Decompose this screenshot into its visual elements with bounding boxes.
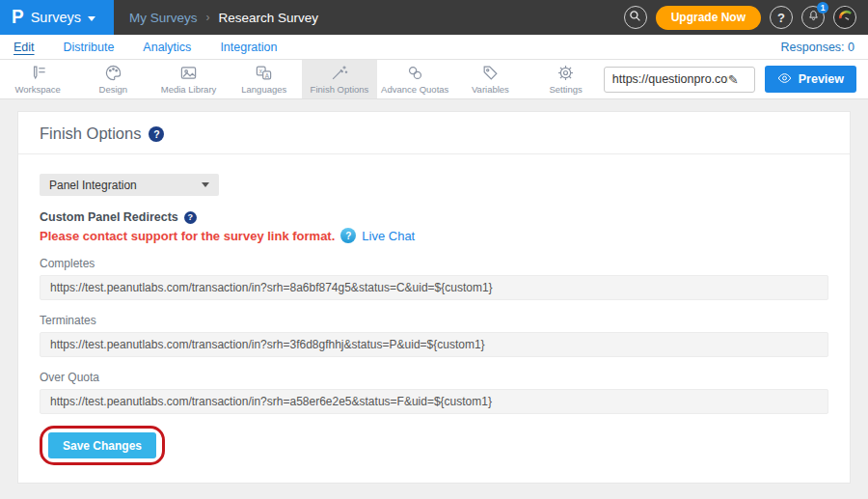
chain-links-icon [406, 65, 424, 82]
redirects-help-icon[interactable]: ? [184, 211, 197, 224]
surveys-product-menu[interactable]: P Surveys [0, 0, 114, 35]
eye-icon [777, 72, 792, 87]
tab-analytics[interactable]: Analytics [143, 41, 191, 54]
upgrade-now-button[interactable]: Upgrade Now [656, 6, 761, 30]
completes-label: Completes [40, 257, 828, 270]
support-note-text: Please contact support for the survey li… [40, 229, 335, 243]
terminates-url-input[interactable] [40, 332, 828, 357]
terminates-label: Terminates [40, 314, 828, 327]
workspace-icon [29, 65, 47, 82]
tab-edit[interactable]: Edit [14, 41, 35, 54]
magic-wand-icon [330, 65, 348, 82]
gear-icon [556, 65, 575, 82]
toolbar-right: ✎ Preview [604, 60, 868, 98]
red-annotation-circle: Save Changes [40, 426, 165, 465]
search-button[interactable] [624, 6, 647, 29]
notifications-button[interactable]: 1 [801, 6, 825, 29]
toolbar-item-workspace[interactable]: Workspace [0, 60, 75, 98]
chevron-down-icon [88, 16, 95, 21]
toolbar-item-variables[interactable]: Variables [452, 60, 528, 98]
toolbar-item-languages[interactable]: xA Languages [227, 60, 302, 98]
completes-url-input[interactable] [40, 275, 828, 300]
survey-url-box: ✎ [604, 67, 755, 93]
product-label: Surveys [31, 10, 81, 25]
help-button[interactable]: ? [770, 6, 793, 29]
tab-distribute[interactable]: Distribute [64, 41, 115, 54]
toolbar-item-advance-quotas[interactable]: Advance Quotas [377, 60, 452, 98]
toolbar-item-settings[interactable]: Settings [529, 60, 604, 98]
top-bar: P Surveys My Surveys › Research Survey U… [0, 0, 868, 35]
responses-count: Responses: 0 [781, 41, 854, 54]
breadcrumb-separator: › [206, 11, 210, 24]
finish-options-help-icon[interactable]: ? [149, 126, 164, 142]
notification-badge: 1 [817, 2, 828, 14]
chevron-down-icon [202, 182, 209, 187]
breadcrumb-current-survey: Research Survey [219, 11, 319, 25]
search-icon [629, 9, 641, 26]
topbar-actions: Upgrade Now ? 1 [624, 0, 868, 35]
live-chat-icon[interactable]: ? [340, 228, 356, 243]
account-menu-button[interactable] [833, 6, 856, 29]
tag-icon [481, 65, 500, 82]
support-note-row: Please contact support for the survey li… [40, 228, 828, 243]
card-body: Panel Integration Custom Panel Redirects… [18, 154, 850, 483]
save-changes-button[interactable]: Save Changes [48, 432, 156, 458]
question-mark-icon: ? [777, 11, 785, 25]
questionpro-logo: P [12, 6, 24, 28]
panel-integration-dropdown[interactable]: Panel Integration [40, 174, 219, 196]
breadcrumb: My Surveys › Research Survey [129, 0, 318, 35]
live-chat-link[interactable]: Live Chat [362, 229, 415, 243]
image-icon [179, 65, 198, 82]
tab-integration[interactable]: Integration [220, 41, 277, 54]
translate-icon: xA [255, 65, 273, 82]
finish-options-card: Finish Options ? Panel Integration Custo… [17, 111, 851, 484]
edit-url-icon[interactable]: ✎ [728, 72, 739, 87]
over-quota-url-input[interactable] [40, 389, 828, 414]
toolbar-item-design[interactable]: Design [75, 60, 150, 98]
avatar [835, 6, 855, 29]
edit-toolbar: Workspace Design Media Library xA Langua… [0, 60, 868, 99]
over-quota-label: Over Quota [40, 371, 828, 384]
toolbar-item-media-library[interactable]: Media Library [150, 60, 226, 98]
survey-nav-tabs: Edit Distribute Analytics Integration Re… [0, 35, 868, 60]
card-header: Finish Options ? [18, 112, 850, 154]
dropdown-selected-value: Panel Integration [49, 179, 137, 192]
preview-button[interactable]: Preview [765, 66, 856, 93]
breadcrumb-my-surveys[interactable]: My Surveys [129, 11, 198, 25]
palette-icon [104, 65, 122, 82]
toolbar-item-finish-options[interactable]: Finish Options [302, 60, 377, 98]
page-title: Finish Options [40, 125, 141, 143]
custom-panel-redirects-heading-row: Custom Panel Redirects ? [40, 210, 828, 224]
section-heading: Custom Panel Redirects [40, 210, 178, 224]
survey-url-input[interactable] [605, 72, 728, 86]
page-background: Finish Options ? Panel Integration Custo… [0, 99, 868, 499]
